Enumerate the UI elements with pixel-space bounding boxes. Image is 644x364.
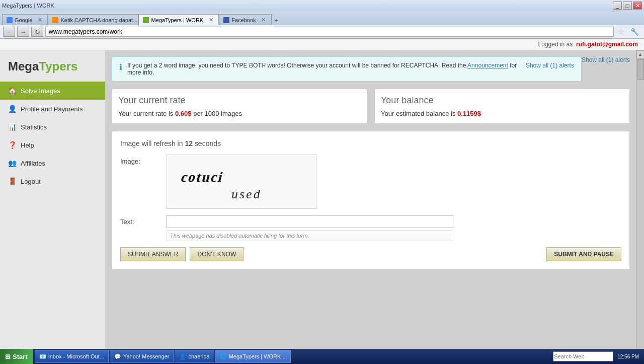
window-controls: _ □ ✕ xyxy=(613,2,642,10)
home-icon: 🏠 xyxy=(8,87,17,95)
announcement-link[interactable]: Announcement xyxy=(467,62,508,69)
svg-text:cotuci: cotuci xyxy=(179,169,225,184)
text-input-group: This webpage has disabled automatic fill… xyxy=(167,215,453,241)
tab-facebook[interactable]: Facebook ✕ xyxy=(219,14,271,25)
show-all-alerts[interactable]: Show all (1) alerts xyxy=(526,62,574,76)
content-wrapper: MegaTypers 🏠 Solve Images 👤 Profile and … xyxy=(0,50,644,364)
tab-label-facebook: Facebook xyxy=(231,17,256,23)
sidebar-label-profile: Profile and Payments xyxy=(21,105,83,113)
profile-icon: 👤 xyxy=(8,105,17,113)
scroll-up-button[interactable]: ▲ xyxy=(636,50,645,58)
start-icon: ⊞ xyxy=(5,353,11,360)
tab-google[interactable]: Google ✕ xyxy=(2,14,48,25)
tab-label-ketik: Ketik CAPTCHA doang dapat... xyxy=(60,17,137,23)
submit-and-pause-button[interactable]: SUBMIT AND PAUSE xyxy=(546,247,621,261)
tab-close-facebook[interactable]: ✕ xyxy=(260,17,267,24)
info-icon: ℹ xyxy=(119,62,122,76)
sidebar-item-profile[interactable]: 👤 Profile and Payments xyxy=(0,100,105,118)
tab-close-megatypers[interactable]: ✕ xyxy=(207,17,214,24)
balance-title: Your balance xyxy=(381,95,623,106)
sidebar-item-help[interactable]: ❓ Help xyxy=(0,136,105,154)
image-row: Image: cotuci used xyxy=(120,155,621,209)
taskbar-label-megatypers: MegaTypers | WORK ... xyxy=(229,353,287,359)
sidebar-label-logout: Logout xyxy=(21,178,41,185)
taskbar-item-outlook[interactable]: 📧 Inbox - Microsoft Out... xyxy=(35,350,109,363)
tabs-bar: Google ✕ Ketik CAPTCHA doang dapat... ✕ … xyxy=(0,11,644,25)
logo-mega: Mega xyxy=(8,59,39,73)
scrollbar-right[interactable]: ▲ ▼ xyxy=(636,50,644,364)
captcha-text-input[interactable] xyxy=(167,215,453,228)
sidebar-item-statistics[interactable]: 📊 Statistics xyxy=(0,118,105,136)
tab-close-google[interactable]: ✕ xyxy=(36,17,43,24)
logged-in-bar: Logged in as rufi.gatot@gmail.com xyxy=(0,39,644,50)
tab-ketik[interactable]: Ketik CAPTCHA doang dapat... ✕ xyxy=(48,14,138,25)
back-button[interactable]: ← xyxy=(3,27,15,37)
sidebar-label-affiliates: Affiliates xyxy=(21,160,45,167)
tab-megatypers[interactable]: MegaTypers | WORK ✕ xyxy=(138,14,219,25)
rate-value[interactable]: 0.60$ xyxy=(175,110,192,117)
yahoo-icon: 💬 xyxy=(114,353,121,360)
buttons-row: SUBMIT ANSWER DON'T KNOW SUBMIT AND PAUS… xyxy=(120,247,621,261)
address-input[interactable]: www.megatypers.com/work xyxy=(45,27,614,37)
scroll-thumb[interactable] xyxy=(637,59,644,80)
logo: MegaTypers xyxy=(0,55,105,82)
browser-title: MegaTypers | WORK xyxy=(2,3,54,9)
tab-label-megatypers: MegaTypers | WORK xyxy=(151,17,203,23)
outlook-icon: 📧 xyxy=(39,353,46,360)
taskbar-item-megatypers[interactable]: 🌐 MegaTypers | WORK ... xyxy=(215,350,291,363)
bookmark-icon[interactable]: ☆ xyxy=(616,28,626,36)
submit-answer-button[interactable]: SUBMIT ANSWER xyxy=(120,247,186,261)
tab-favicon-ketik xyxy=(52,17,58,23)
taskbar: ⊞ Start 📧 Inbox - Microsoft Out... 💬 Yah… xyxy=(0,349,644,364)
captcha-image: cotuci used xyxy=(171,159,312,204)
taskbar-item-yahoo[interactable]: 💬 Yahoo! Messenger xyxy=(110,350,174,363)
logged-in-prefix: Logged in as xyxy=(538,41,573,48)
taskbar-item-chaerida[interactable]: 👤 chaerida xyxy=(175,350,214,363)
tab-favicon-megatypers xyxy=(143,17,149,23)
maximize-button[interactable]: □ xyxy=(623,2,632,10)
wrench-icon[interactable]: 🔧 xyxy=(628,28,641,36)
logo-typers: Typers xyxy=(39,59,77,73)
megatypers-icon: 🌐 xyxy=(220,353,227,360)
balance-amount[interactable]: 0.1159$ xyxy=(457,110,481,117)
balance-value: Your estimated balance is 0.1159$ xyxy=(381,110,623,117)
reload-button[interactable]: ↻ xyxy=(31,27,43,37)
refresh-notice: Image will refresh in 12 seconds xyxy=(120,139,621,148)
stats-row: Your current rate Your current rate is 0… xyxy=(112,89,630,124)
sidebar-item-affiliates[interactable]: 👥 Affiliates xyxy=(0,154,105,172)
refresh-seconds: 12 xyxy=(185,139,193,148)
text-row: Text: This webpage has disabled automati… xyxy=(120,215,621,241)
minimize-button[interactable]: _ xyxy=(613,2,622,10)
svg-text:used: used xyxy=(231,187,262,201)
current-rate-title: Your current rate xyxy=(118,95,361,106)
start-button[interactable]: ⊞ Start xyxy=(0,349,33,364)
taskbar-search[interactable] xyxy=(553,351,613,361)
close-button[interactable]: ✕ xyxy=(633,2,642,10)
tab-label-google: Google xyxy=(15,17,32,23)
main-panel: Show all (1) alerts ℹ If you get a 2 wor… xyxy=(106,50,636,364)
new-tab-button[interactable]: + xyxy=(272,16,281,25)
sidebar-label-statistics: Statistics xyxy=(21,123,47,131)
taskbar-items: 📧 Inbox - Microsoft Out... 💬 Yahoo! Mess… xyxy=(33,349,551,364)
sidebar-item-solve-images[interactable]: 🏠 Solve Images xyxy=(0,82,105,100)
autofill-notice: This webpage has disabled automatic fill… xyxy=(167,230,453,241)
logout-icon: 🚪 xyxy=(8,177,17,185)
tab-favicon-google xyxy=(7,17,13,23)
sidebar-label-solve-images: Solve Images xyxy=(21,87,60,95)
start-label: Start xyxy=(13,353,28,360)
browser-window: MegaTypers | WORK _ □ ✕ Google ✕ Ketik C… xyxy=(0,0,644,364)
text-label: Text: xyxy=(120,215,160,226)
dont-know-button[interactable]: DON'T KNOW xyxy=(190,247,244,261)
show-alerts-link[interactable]: Show all (1) alerts xyxy=(582,56,630,63)
chaerida-icon: 👤 xyxy=(179,353,186,360)
affiliates-icon: 👥 xyxy=(8,159,17,167)
sidebar: MegaTypers 🏠 Solve Images 👤 Profile and … xyxy=(0,50,106,364)
forward-button[interactable]: → xyxy=(17,27,29,37)
titlebar: MegaTypers | WORK _ □ ✕ xyxy=(0,0,644,11)
logged-in-user[interactable]: rufi.gatot@gmail.com xyxy=(576,41,638,48)
taskbar-label-chaerida: chaerida xyxy=(188,353,209,359)
image-label: Image: xyxy=(120,155,160,165)
sidebar-item-logout[interactable]: 🚪 Logout xyxy=(0,172,105,190)
help-icon: ❓ xyxy=(8,141,17,149)
taskbar-label-yahoo: Yahoo! Messenger xyxy=(123,353,170,359)
